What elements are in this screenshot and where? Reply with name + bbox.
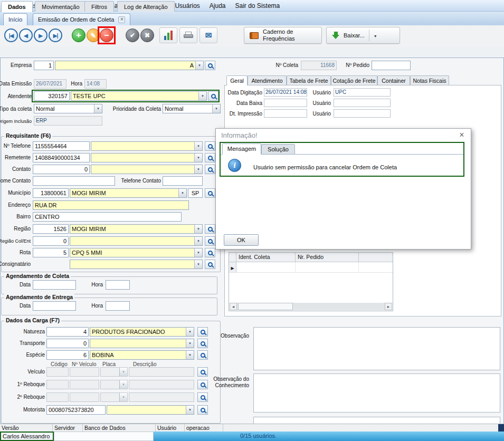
search-contato-button[interactable] [205,165,215,174]
scroll-left-button[interactable] [230,303,237,310]
search-transporte-button[interactable] [197,339,208,348]
pedido-input[interactable] [372,61,411,70]
agend-entrega-hora-input[interactable] [106,301,130,311]
agend-coleta-hora-input[interactable] [106,280,130,290]
dropdown-arrow-icon[interactable] [198,92,206,100]
especie-code-input[interactable]: 6 [46,350,89,360]
dropdown-arrow-icon[interactable] [194,154,202,162]
telefone-input[interactable]: 1155554464 [33,141,90,151]
chart-button[interactable] [159,27,177,43]
dropdown-arrow-icon[interactable] [194,248,202,257]
search-remetente-button[interactable] [205,153,215,162]
dropdown-arrow-icon[interactable] [194,225,202,233]
next-record-button[interactable] [34,28,47,42]
regiao-combo[interactable]: MOGI MIRIM [70,224,203,234]
dropdown-arrow-icon[interactable] [212,104,220,113]
remetente-input[interactable]: 14088490000134 [33,153,90,162]
empresa-code-input[interactable]: 1 [34,61,54,70]
rota-code-input[interactable]: 5 [33,248,69,257]
remetente-combo[interactable] [91,153,203,162]
observacao-textarea[interactable] [253,327,500,370]
dropdown-arrow-icon[interactable] [186,328,194,336]
dropdown-arrow-icon[interactable] [194,237,202,245]
dropdown-arrow-icon[interactable] [186,339,194,348]
search-municipio-button[interactable] [205,188,215,198]
last-record-button[interactable] [49,28,62,42]
regiao-colent-combo[interactable] [70,236,203,246]
grid-cell-ident[interactable] [236,262,296,272]
prioridade-combo[interactable]: Normal [163,104,221,113]
dropdown-arrow-icon[interactable] [195,61,203,70]
motorista-combo[interactable] [107,405,194,415]
empresa-combo[interactable]: A [55,61,204,70]
agend-entrega-data-input[interactable] [33,301,76,311]
grid-cell-pedido[interactable] [296,262,359,272]
search-especie-button[interactable] [197,350,208,360]
municipio-code-input[interactable]: 13800061 [33,188,69,198]
search-empresa-button[interactable] [205,61,215,70]
search-natureza-button[interactable] [197,327,208,337]
print-button[interactable] [179,27,197,43]
tipo-coleta-combo[interactable]: Normal [34,104,102,113]
tab-dados[interactable]: Dados [1,1,33,12]
caderno-frequencias-button[interactable]: Caderno de Frequências [244,27,322,44]
discard-button[interactable] [140,28,154,42]
dropdown-arrow-icon[interactable] [194,260,202,269]
dialog-close-icon[interactable] [457,130,467,140]
tab-emissao-ordem-coleta[interactable]: Emissão de Ordem de Coleta [33,13,130,25]
menu-item-usuarios[interactable]: Usuários [170,0,204,12]
motorista-input[interactable]: 00080752373820 [46,405,106,415]
search-telefone-button[interactable] [205,141,215,151]
consignatario-combo[interactable] [70,260,203,269]
tab-container[interactable]: Container [377,75,410,85]
telefone-combo[interactable] [91,141,203,151]
agend-coleta-data-input[interactable] [33,280,76,290]
dropdown-arrow-icon[interactable] [186,351,194,359]
dropdown-arrow-icon[interactable] [178,189,186,197]
search-regiao-colent-button[interactable] [205,236,215,246]
grid-row[interactable] [229,262,393,273]
send-button[interactable] [199,27,217,43]
municipio-combo[interactable]: MOGI MIRIM [70,188,187,198]
tab-notas-fiscais[interactable]: Notas Fiscais [410,75,449,85]
partial-textarea[interactable] [253,417,500,424]
observacao-conhecimento-textarea[interactable] [253,373,500,413]
contato-combo[interactable] [91,165,203,174]
scroll-right-button[interactable] [385,303,392,310]
chevron-down-icon[interactable] [374,32,377,39]
grid-horizontal-scrollbar[interactable] [230,303,392,310]
tab-cotacao-frete[interactable]: Cotação de Frete [331,75,377,85]
search-reboque1-button[interactable] [197,380,208,389]
tab-atendimento[interactable]: Atendimento [248,75,287,85]
contato-input[interactable]: 0 [33,165,90,174]
uf-input[interactable]: SP [188,188,203,198]
natureza-code-input[interactable]: 4 [46,327,89,337]
search-rota-button[interactable] [205,248,215,257]
regiao-code-input[interactable]: 1526 [33,224,69,234]
regiao-colent-input[interactable]: 0 [33,236,69,246]
dropdown-arrow-icon[interactable] [94,104,102,113]
tab-geral[interactable]: Geral [226,75,248,85]
search-consignatario-button[interactable] [205,260,215,269]
menu-item-sair[interactable]: Sair do Sistema [231,0,285,12]
natureza-combo[interactable]: PRODUTOS FRACIONADO [90,327,194,337]
atendente-code-input[interactable]: 320157 [34,91,70,101]
especie-combo[interactable]: BOBINA [90,350,194,360]
menu-item-ajuda[interactable]: Ajuda [205,0,231,12]
confirm-button[interactable] [126,28,139,42]
dropdown-arrow-icon[interactable] [186,406,194,414]
search-veiculo-button[interactable] [197,367,208,377]
nome-contato-input[interactable] [33,176,115,186]
search-motorista-button[interactable] [197,405,208,415]
tab-inicio[interactable]: Início [3,13,27,25]
dialog-tab-mensagem[interactable]: Mensagem [222,143,261,155]
first-record-button[interactable] [4,28,18,42]
scrollbar-thumb[interactable] [238,303,293,310]
tab-log-alteracao[interactable]: Log de Alteração [117,1,175,12]
transporte-code-input[interactable]: 0 [46,339,89,348]
search-atendente-button[interactable] [208,91,218,101]
cancel-order-button[interactable] [100,28,113,42]
baixar-button[interactable]: Baixar... [326,27,400,44]
tab-tabela-frete[interactable]: Tabela de Frete [287,75,331,85]
search-regiao-button[interactable] [205,224,215,234]
